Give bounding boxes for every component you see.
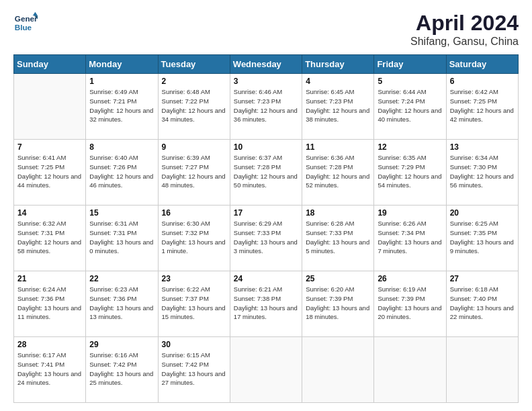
calendar-day: 3Sunrise: 6:46 AM Sunset: 7:23 PM Daylig… (230, 74, 302, 140)
calendar-week-4: 21Sunrise: 6:24 AM Sunset: 7:36 PM Dayli… (14, 271, 519, 337)
day-number: 19 (378, 208, 442, 218)
calendar-day: 14Sunrise: 6:32 AM Sunset: 7:31 PM Dayli… (14, 205, 86, 271)
calendar-day (302, 337, 374, 403)
day-info: Sunrise: 6:44 AM Sunset: 7:24 PM Dayligh… (378, 87, 442, 124)
day-info: Sunrise: 6:48 AM Sunset: 7:22 PM Dayligh… (162, 87, 226, 124)
day-number: 30 (162, 340, 226, 349)
day-header-wednesday: Wednesday (230, 55, 302, 74)
day-info: Sunrise: 6:21 AM Sunset: 7:38 PM Dayligh… (234, 285, 298, 322)
day-info: Sunrise: 6:36 AM Sunset: 7:28 PM Dayligh… (306, 153, 370, 190)
day-number: 13 (450, 142, 515, 152)
calendar-day: 8Sunrise: 6:40 AM Sunset: 7:26 PM Daylig… (86, 140, 158, 205)
day-info: Sunrise: 6:49 AM Sunset: 7:21 PM Dayligh… (89, 87, 154, 124)
calendar-week-1: 1Sunrise: 6:49 AM Sunset: 7:21 PM Daylig… (14, 74, 519, 140)
day-number: 25 (306, 274, 370, 283)
day-number: 23 (162, 274, 226, 283)
logo: General Blue (13, 11, 38, 35)
calendar-day: 26Sunrise: 6:19 AM Sunset: 7:39 PM Dayli… (374, 271, 446, 337)
day-header-saturday: Saturday (446, 55, 518, 74)
day-info: Sunrise: 6:39 AM Sunset: 7:27 PM Dayligh… (162, 153, 226, 190)
day-number: 28 (17, 340, 82, 349)
day-number: 5 (378, 77, 442, 86)
day-number: 24 (234, 274, 298, 283)
header: General Blue April 2024 Shifang, Gansu, … (13, 11, 519, 48)
day-info: Sunrise: 6:30 AM Sunset: 7:32 PM Dayligh… (162, 219, 226, 256)
calendar-day: 25Sunrise: 6:20 AM Sunset: 7:39 PM Dayli… (302, 271, 374, 337)
day-number: 11 (306, 142, 370, 152)
calendar-day (446, 337, 518, 403)
day-info: Sunrise: 6:46 AM Sunset: 7:23 PM Dayligh… (234, 87, 298, 124)
calendar-day: 15Sunrise: 6:31 AM Sunset: 7:31 PM Dayli… (86, 205, 158, 271)
day-info: Sunrise: 6:31 AM Sunset: 7:31 PM Dayligh… (89, 219, 154, 256)
day-number: 12 (378, 142, 442, 152)
calendar-day: 24Sunrise: 6:21 AM Sunset: 7:38 PM Dayli… (230, 271, 302, 337)
day-info: Sunrise: 6:37 AM Sunset: 7:28 PM Dayligh… (234, 153, 298, 190)
day-number: 4 (306, 77, 370, 86)
day-info: Sunrise: 6:15 AM Sunset: 7:42 PM Dayligh… (162, 351, 226, 387)
calendar-day: 13Sunrise: 6:34 AM Sunset: 7:30 PM Dayli… (446, 140, 518, 205)
main-title: April 2024 (410, 11, 519, 36)
logo-icon: General Blue (13, 11, 38, 35)
day-number: 21 (17, 274, 82, 283)
title-block: April 2024 Shifang, Gansu, China (410, 11, 519, 48)
page: General Blue April 2024 Shifang, Gansu, … (0, 0, 532, 411)
day-header-monday: Monday (86, 55, 158, 74)
calendar-day (374, 337, 446, 403)
calendar-day: 17Sunrise: 6:29 AM Sunset: 7:33 PM Dayli… (230, 205, 302, 271)
day-number: 1 (89, 77, 154, 86)
calendar-day: 20Sunrise: 6:25 AM Sunset: 7:35 PM Dayli… (446, 205, 518, 271)
calendar-week-2: 7Sunrise: 6:41 AM Sunset: 7:25 PM Daylig… (14, 140, 519, 205)
day-info: Sunrise: 6:17 AM Sunset: 7:41 PM Dayligh… (17, 351, 82, 387)
calendar-day: 1Sunrise: 6:49 AM Sunset: 7:21 PM Daylig… (86, 74, 158, 140)
day-number: 29 (89, 340, 154, 349)
calendar-week-3: 14Sunrise: 6:32 AM Sunset: 7:31 PM Dayli… (14, 205, 519, 271)
svg-text:Blue: Blue (15, 23, 32, 32)
day-number: 18 (306, 208, 370, 218)
calendar-day: 21Sunrise: 6:24 AM Sunset: 7:36 PM Dayli… (14, 271, 86, 337)
day-number: 10 (234, 142, 298, 152)
calendar-day: 11Sunrise: 6:36 AM Sunset: 7:28 PM Dayli… (302, 140, 374, 205)
day-info: Sunrise: 6:22 AM Sunset: 7:37 PM Dayligh… (162, 285, 226, 322)
calendar-day (14, 74, 86, 140)
day-info: Sunrise: 6:45 AM Sunset: 7:23 PM Dayligh… (306, 87, 370, 124)
day-number: 20 (450, 208, 515, 218)
day-info: Sunrise: 6:16 AM Sunset: 7:42 PM Dayligh… (89, 351, 154, 387)
calendar-day: 22Sunrise: 6:23 AM Sunset: 7:36 PM Dayli… (86, 271, 158, 337)
day-number: 14 (17, 208, 82, 218)
calendar-day (230, 337, 302, 403)
day-info: Sunrise: 6:18 AM Sunset: 7:40 PM Dayligh… (450, 285, 515, 322)
calendar-day: 2Sunrise: 6:48 AM Sunset: 7:22 PM Daylig… (158, 74, 230, 140)
day-info: Sunrise: 6:23 AM Sunset: 7:36 PM Dayligh… (89, 285, 154, 322)
day-info: Sunrise: 6:42 AM Sunset: 7:25 PM Dayligh… (450, 87, 515, 124)
day-info: Sunrise: 6:19 AM Sunset: 7:39 PM Dayligh… (378, 285, 442, 322)
day-info: Sunrise: 6:28 AM Sunset: 7:33 PM Dayligh… (306, 219, 370, 256)
day-number: 27 (450, 274, 515, 283)
calendar-day: 19Sunrise: 6:26 AM Sunset: 7:34 PM Dayli… (374, 205, 446, 271)
day-number: 6 (450, 77, 515, 86)
day-info: Sunrise: 6:29 AM Sunset: 7:33 PM Dayligh… (234, 219, 298, 256)
day-number: 2 (162, 77, 226, 86)
calendar-week-5: 28Sunrise: 6:17 AM Sunset: 7:41 PM Dayli… (14, 337, 519, 403)
calendar-day: 16Sunrise: 6:30 AM Sunset: 7:32 PM Dayli… (158, 205, 230, 271)
calendar-day: 10Sunrise: 6:37 AM Sunset: 7:28 PM Dayli… (230, 140, 302, 205)
day-header-thursday: Thursday (302, 55, 374, 74)
day-number: 8 (89, 142, 154, 152)
day-number: 26 (378, 274, 442, 283)
calendar-day: 28Sunrise: 6:17 AM Sunset: 7:41 PM Dayli… (14, 337, 86, 403)
day-info: Sunrise: 6:25 AM Sunset: 7:35 PM Dayligh… (450, 219, 515, 256)
calendar-table: SundayMondayTuesdayWednesdayThursdayFrid… (13, 54, 519, 403)
day-number: 22 (89, 274, 154, 283)
calendar-day: 23Sunrise: 6:22 AM Sunset: 7:37 PM Dayli… (158, 271, 230, 337)
calendar-day: 29Sunrise: 6:16 AM Sunset: 7:42 PM Dayli… (86, 337, 158, 403)
day-info: Sunrise: 6:24 AM Sunset: 7:36 PM Dayligh… (17, 285, 82, 322)
calendar-day: 4Sunrise: 6:45 AM Sunset: 7:23 PM Daylig… (302, 74, 374, 140)
day-info: Sunrise: 6:40 AM Sunset: 7:26 PM Dayligh… (89, 153, 154, 190)
calendar-day: 18Sunrise: 6:28 AM Sunset: 7:33 PM Dayli… (302, 205, 374, 271)
day-info: Sunrise: 6:32 AM Sunset: 7:31 PM Dayligh… (17, 219, 82, 256)
day-header-sunday: Sunday (14, 55, 86, 74)
day-header-friday: Friday (374, 55, 446, 74)
day-info: Sunrise: 6:41 AM Sunset: 7:25 PM Dayligh… (17, 153, 82, 190)
day-info: Sunrise: 6:35 AM Sunset: 7:29 PM Dayligh… (378, 153, 442, 190)
day-number: 7 (17, 142, 82, 152)
day-number: 3 (234, 77, 298, 86)
